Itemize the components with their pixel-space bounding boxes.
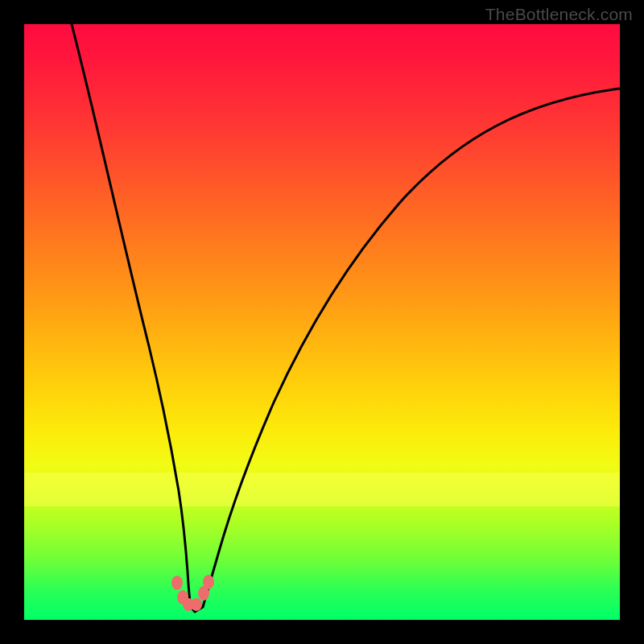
watermark-text: TheBottleneck.com bbox=[485, 5, 633, 24]
svg-point-3 bbox=[191, 598, 202, 611]
curve-layer bbox=[24, 24, 620, 620]
plot-area bbox=[24, 24, 620, 620]
svg-point-5 bbox=[203, 575, 214, 589]
dip-markers bbox=[171, 575, 214, 611]
bottleneck-curve bbox=[72, 24, 620, 612]
svg-point-0 bbox=[171, 576, 183, 590]
chart-frame: TheBottleneck.com bbox=[0, 0, 644, 644]
